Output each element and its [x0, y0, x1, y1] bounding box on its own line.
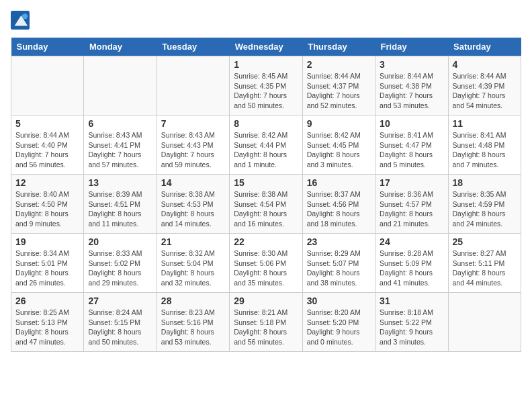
calendar-day: 1Sunrise: 8:45 AM Sunset: 4:35 PM Daylig… — [230, 56, 302, 116]
day-number: 3 — [380, 59, 443, 70]
day-number: 21 — [161, 236, 225, 247]
day-info: Sunrise: 8:38 AM Sunset: 4:53 PM Dayligh… — [161, 189, 225, 229]
calendar-day — [84, 56, 157, 116]
day-info: Sunrise: 8:33 AM Sunset: 5:02 PM Dayligh… — [88, 248, 152, 288]
day-number: 30 — [307, 295, 371, 306]
day-info: Sunrise: 8:38 AM Sunset: 4:54 PM Dayligh… — [234, 189, 298, 229]
day-number: 8 — [234, 118, 298, 129]
day-number: 27 — [88, 295, 152, 306]
calendar-day: 11Sunrise: 8:41 AM Sunset: 4:48 PM Dayli… — [448, 116, 521, 175]
day-number: 18 — [453, 177, 517, 188]
day-info: Sunrise: 8:45 AM Sunset: 4:35 PM Dayligh… — [234, 71, 298, 111]
day-number: 11 — [453, 118, 517, 129]
day-info: Sunrise: 8:41 AM Sunset: 4:47 PM Dayligh… — [380, 130, 443, 170]
calendar-day: 18Sunrise: 8:35 AM Sunset: 4:59 PM Dayli… — [448, 175, 521, 234]
calendar-day: 28Sunrise: 8:23 AM Sunset: 5:16 PM Dayli… — [157, 293, 229, 352]
day-info: Sunrise: 8:25 AM Sunset: 5:13 PM Dayligh… — [15, 308, 79, 347]
calendar-week-1: 5Sunrise: 8:44 AM Sunset: 4:40 PM Daylig… — [11, 116, 521, 175]
weekday-header-monday: Monday — [84, 38, 157, 56]
logo-icon — [11, 11, 30, 30]
calendar-week-2: 12Sunrise: 8:40 AM Sunset: 4:50 PM Dayli… — [11, 175, 521, 234]
calendar-day: 19Sunrise: 8:34 AM Sunset: 5:01 PM Dayli… — [11, 234, 84, 293]
calendar-day: 29Sunrise: 8:21 AM Sunset: 5:18 PM Dayli… — [230, 293, 302, 352]
day-info: Sunrise: 8:24 AM Sunset: 5:15 PM Dayligh… — [88, 308, 152, 347]
calendar-day: 24Sunrise: 8:28 AM Sunset: 5:09 PM Dayli… — [375, 234, 448, 293]
day-number: 10 — [380, 118, 443, 129]
day-number: 5 — [15, 118, 79, 129]
day-info: Sunrise: 8:21 AM Sunset: 5:18 PM Dayligh… — [234, 308, 298, 347]
calendar-day: 8Sunrise: 8:42 AM Sunset: 4:44 PM Daylig… — [230, 116, 302, 175]
calendar-day: 10Sunrise: 8:41 AM Sunset: 4:47 PM Dayli… — [375, 116, 448, 175]
calendar-day — [157, 56, 229, 116]
calendar-week-0: 1Sunrise: 8:45 AM Sunset: 4:35 PM Daylig… — [11, 56, 521, 116]
day-number: 4 — [453, 59, 517, 70]
day-number: 1 — [234, 59, 298, 70]
calendar-day: 21Sunrise: 8:32 AM Sunset: 5:04 PM Dayli… — [157, 234, 229, 293]
day-number: 9 — [307, 118, 371, 129]
day-number: 25 — [453, 236, 517, 247]
day-info: Sunrise: 8:20 AM Sunset: 5:20 PM Dayligh… — [307, 308, 371, 347]
svg-point-2 — [22, 13, 28, 19]
day-info: Sunrise: 8:43 AM Sunset: 4:41 PM Dayligh… — [88, 130, 152, 170]
day-info: Sunrise: 8:28 AM Sunset: 5:09 PM Dayligh… — [380, 248, 443, 288]
calendar-body: 1Sunrise: 8:45 AM Sunset: 4:35 PM Daylig… — [11, 56, 521, 352]
day-number: 13 — [88, 177, 152, 188]
calendar-day: 14Sunrise: 8:38 AM Sunset: 4:53 PM Dayli… — [157, 175, 229, 234]
day-info: Sunrise: 8:34 AM Sunset: 5:01 PM Dayligh… — [15, 248, 79, 288]
logo — [11, 11, 32, 30]
calendar-day: 7Sunrise: 8:43 AM Sunset: 4:43 PM Daylig… — [157, 116, 229, 175]
calendar-day: 4Sunrise: 8:44 AM Sunset: 4:39 PM Daylig… — [448, 56, 521, 116]
calendar-header: SundayMondayTuesdayWednesdayThursdayFrid… — [11, 38, 521, 56]
day-info: Sunrise: 8:18 AM Sunset: 5:22 PM Dayligh… — [380, 308, 443, 347]
page-header — [11, 11, 521, 30]
day-info: Sunrise: 8:36 AM Sunset: 4:57 PM Dayligh… — [380, 189, 443, 229]
day-number: 14 — [161, 177, 225, 188]
weekday-header-tuesday: Tuesday — [157, 38, 229, 56]
day-info: Sunrise: 8:43 AM Sunset: 4:43 PM Dayligh… — [161, 130, 225, 170]
day-number: 17 — [380, 177, 443, 188]
calendar-day: 15Sunrise: 8:38 AM Sunset: 4:54 PM Dayli… — [230, 175, 302, 234]
calendar-day: 26Sunrise: 8:25 AM Sunset: 5:13 PM Dayli… — [11, 293, 84, 352]
day-number: 31 — [380, 295, 443, 306]
calendar-week-3: 19Sunrise: 8:34 AM Sunset: 5:01 PM Dayli… — [11, 234, 521, 293]
day-info: Sunrise: 8:30 AM Sunset: 5:06 PM Dayligh… — [234, 248, 298, 288]
day-info: Sunrise: 8:41 AM Sunset: 4:48 PM Dayligh… — [453, 130, 517, 170]
calendar-day: 13Sunrise: 8:39 AM Sunset: 4:51 PM Dayli… — [84, 175, 157, 234]
calendar-day — [11, 56, 84, 116]
day-number: 24 — [380, 236, 443, 247]
calendar-day: 3Sunrise: 8:44 AM Sunset: 4:38 PM Daylig… — [375, 56, 448, 116]
day-number: 16 — [307, 177, 371, 188]
day-info: Sunrise: 8:44 AM Sunset: 4:39 PM Dayligh… — [453, 71, 517, 111]
day-number: 26 — [15, 295, 79, 306]
day-number: 2 — [307, 59, 371, 70]
day-number: 7 — [161, 118, 225, 129]
day-number: 19 — [15, 236, 79, 247]
day-number: 23 — [307, 236, 371, 247]
weekday-header-friday: Friday — [375, 38, 448, 56]
weekday-header-sunday: Sunday — [11, 38, 84, 56]
day-info: Sunrise: 8:44 AM Sunset: 4:40 PM Dayligh… — [15, 130, 79, 170]
calendar-day: 9Sunrise: 8:42 AM Sunset: 4:45 PM Daylig… — [302, 116, 375, 175]
day-info: Sunrise: 8:32 AM Sunset: 5:04 PM Dayligh… — [161, 248, 225, 288]
weekday-row: SundayMondayTuesdayWednesdayThursdayFrid… — [11, 38, 521, 56]
calendar-day: 31Sunrise: 8:18 AM Sunset: 5:22 PM Dayli… — [375, 293, 448, 352]
day-info: Sunrise: 8:37 AM Sunset: 4:56 PM Dayligh… — [307, 189, 371, 229]
day-info: Sunrise: 8:35 AM Sunset: 4:59 PM Dayligh… — [453, 189, 517, 229]
calendar-day: 20Sunrise: 8:33 AM Sunset: 5:02 PM Dayli… — [84, 234, 157, 293]
day-number: 15 — [234, 177, 298, 188]
day-number: 12 — [15, 177, 79, 188]
weekday-header-saturday: Saturday — [448, 38, 521, 56]
day-info: Sunrise: 8:44 AM Sunset: 4:37 PM Dayligh… — [307, 71, 371, 111]
calendar-day: 27Sunrise: 8:24 AM Sunset: 5:15 PM Dayli… — [84, 293, 157, 352]
day-info: Sunrise: 8:44 AM Sunset: 4:38 PM Dayligh… — [380, 71, 443, 111]
day-info: Sunrise: 8:42 AM Sunset: 4:45 PM Dayligh… — [307, 130, 371, 170]
day-number: 6 — [88, 118, 152, 129]
day-info: Sunrise: 8:29 AM Sunset: 5:07 PM Dayligh… — [307, 248, 371, 288]
calendar-day: 6Sunrise: 8:43 AM Sunset: 4:41 PM Daylig… — [84, 116, 157, 175]
calendar-day: 22Sunrise: 8:30 AM Sunset: 5:06 PM Dayli… — [230, 234, 302, 293]
day-number: 28 — [161, 295, 225, 306]
calendar-day: 30Sunrise: 8:20 AM Sunset: 5:20 PM Dayli… — [302, 293, 375, 352]
day-info: Sunrise: 8:39 AM Sunset: 4:51 PM Dayligh… — [88, 189, 152, 229]
day-number: 29 — [234, 295, 298, 306]
day-number: 22 — [234, 236, 298, 247]
